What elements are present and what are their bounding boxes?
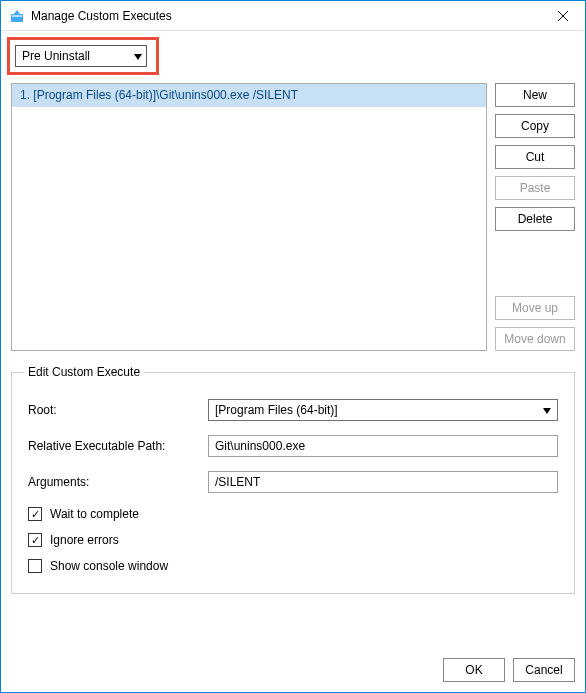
paste-button: Paste [495,176,575,200]
ignore-errors-checkbox[interactable] [28,533,42,547]
relative-path-input[interactable] [208,435,558,457]
side-button-column: New Copy Cut Paste Delete Move up Move d… [495,83,575,351]
chevron-down-icon [543,403,551,417]
root-combobox[interactable]: [Program Files (64-bit)] [208,399,558,421]
root-value: [Program Files (64-bit)] [215,403,338,417]
arguments-label: Arguments: [28,475,208,489]
arguments-input[interactable] [208,471,558,493]
stage-dropdown-value: Pre Uninstall [22,49,90,63]
wait-label: Wait to complete [50,507,139,521]
edit-custom-execute-group: Edit Custom Execute Root: [Program Files… [11,365,575,594]
move-down-button: Move down [495,327,575,351]
dialog-footer: OK Cancel [1,650,585,692]
edit-group-legend: Edit Custom Execute [24,365,144,379]
close-button[interactable] [540,1,585,30]
stage-dropdown[interactable]: Pre Uninstall [15,45,147,67]
delete-button[interactable]: Delete [495,207,575,231]
list-item[interactable]: 1. [Program Files (64-bit)]\Git\unins000… [12,84,486,107]
stage-dropdown-highlight: Pre Uninstall [7,37,159,75]
ignore-errors-label: Ignore errors [50,533,119,547]
ok-button[interactable]: OK [443,658,505,682]
svg-rect-1 [12,15,22,17]
copy-button[interactable]: Copy [495,114,575,138]
move-up-button: Move up [495,296,575,320]
window-title: Manage Custom Executes [31,9,540,23]
root-label: Root: [28,403,208,417]
wait-checkbox[interactable] [28,507,42,521]
relative-path-label: Relative Executable Path: [28,439,208,453]
chevron-down-icon [134,49,142,63]
list-item-label: 1. [Program Files (64-bit)]\Git\unins000… [20,88,298,102]
dialog-window: Manage Custom Executes Pre Uninstall 1. … [0,0,586,693]
cancel-button[interactable]: Cancel [513,658,575,682]
show-console-label: Show console window [50,559,168,573]
show-console-checkbox[interactable] [28,559,42,573]
titlebar: Manage Custom Executes [1,1,585,31]
new-button[interactable]: New [495,83,575,107]
app-icon [9,8,25,24]
cut-button[interactable]: Cut [495,145,575,169]
close-icon [558,11,568,21]
executes-listbox[interactable]: 1. [Program Files (64-bit)]\Git\unins000… [11,83,487,351]
